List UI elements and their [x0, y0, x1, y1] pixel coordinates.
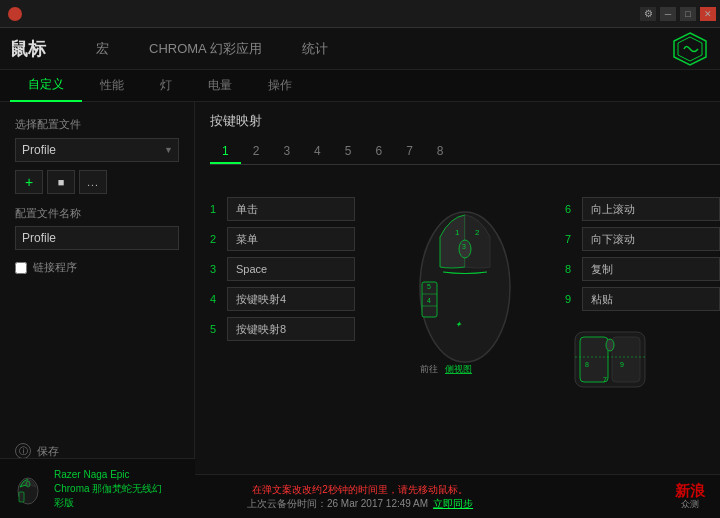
- sub-tab-action[interactable]: 操作: [250, 70, 310, 102]
- maximize-button[interactable]: □: [680, 7, 696, 21]
- sina-logo-area: 新浪 众测: [533, 483, 706, 509]
- profile-buttons: + ■ ...: [15, 170, 179, 194]
- sub-tab-light[interactable]: 灯: [142, 70, 190, 102]
- binding-num-1: 1: [210, 203, 222, 215]
- binding-box-1[interactable]: 单击: [227, 197, 355, 221]
- btn-tab-7[interactable]: 7: [394, 140, 425, 164]
- window-controls: ⚙ ─ □ ✕: [640, 7, 716, 21]
- binding-row-9: 9 粘贴: [565, 287, 720, 311]
- svg-rect-23: [19, 492, 24, 502]
- section-title: 按键映射: [210, 112, 720, 130]
- mouse-image-container: 1 2 3 5 4 ✦ 前往 侧视图: [375, 177, 545, 387]
- binding-box-2[interactable]: 菜单: [227, 227, 355, 251]
- binding-box-7[interactable]: 向下滚动: [582, 227, 720, 251]
- close-button[interactable]: ✕: [700, 7, 716, 21]
- btn-tab-3[interactable]: 3: [271, 140, 302, 164]
- profile-select[interactable]: Profile: [15, 138, 179, 162]
- profile-name-label: 配置文件名称: [15, 206, 179, 221]
- device-bar: Razer Naga Epic Chroma 那伽梵蛇无线幻 彩版: [0, 458, 195, 518]
- sina-title: 新浪: [675, 483, 705, 500]
- svg-text:3: 3: [462, 243, 466, 250]
- razer-logo: [670, 31, 710, 67]
- binding-num-8: 8: [565, 263, 577, 275]
- profile-select-wrapper: Profile: [15, 138, 179, 162]
- svg-point-16: [606, 339, 614, 351]
- sync-now-link[interactable]: 立即同步: [433, 497, 473, 511]
- device-info: Razer Naga Epic Chroma 那伽梵蛇无线幻 彩版: [54, 468, 162, 510]
- binding-num-7: 7: [565, 233, 577, 245]
- binding-row-1: 1 单击: [210, 197, 355, 221]
- device-icon: [10, 471, 46, 507]
- delete-profile-button[interactable]: ■: [47, 170, 75, 194]
- content-area: 选择配置文件 Profile + ■ ... 配置文件名称 链接程序 ⓘ 保存 …: [0, 102, 720, 474]
- device-sub: Chroma 那伽梵蛇无线幻: [54, 482, 162, 496]
- binding-row-6: 6 向上滚动: [565, 197, 720, 221]
- sync-time-text: 上次云备份时间：26 Mar 2017 12:49 AM: [247, 497, 428, 511]
- binding-num-6: 6: [565, 203, 577, 215]
- link-program-check[interactable]: [15, 262, 27, 274]
- svg-point-22: [26, 481, 30, 487]
- save-row[interactable]: ⓘ 保存: [15, 443, 179, 459]
- binding-box-5[interactable]: 按键映射8: [227, 317, 355, 341]
- sina-brand: 新浪 众测: [675, 483, 705, 509]
- nav-tab-macro[interactable]: 宏: [76, 28, 129, 70]
- svg-text:7: 7: [603, 376, 607, 383]
- more-options-button[interactable]: ...: [79, 170, 107, 194]
- sub-tab-battery[interactable]: 电量: [190, 70, 250, 102]
- sync-text-area: 上次云备份时间：26 Mar 2017 12:49 AM 立即同步: [188, 497, 533, 511]
- btn-tab-4[interactable]: 4: [302, 140, 333, 164]
- main-nav: 鼠标 宏 CHROMA 幻彩应用 统计: [0, 28, 720, 70]
- binding-box-6[interactable]: 向上滚动: [582, 197, 720, 221]
- sub-tab-customize[interactable]: 自定义: [10, 70, 82, 102]
- binding-row-4: 4 按键映射4: [210, 287, 355, 311]
- link-program-checkbox[interactable]: 链接程序: [15, 260, 179, 275]
- svg-text:前往: 前往: [420, 364, 438, 374]
- nav-tab-chroma[interactable]: CHROMA 幻彩应用: [129, 28, 282, 70]
- binding-box-9[interactable]: 粘贴: [582, 287, 720, 311]
- binding-box-4[interactable]: 按键映射4: [227, 287, 355, 311]
- minimize-button[interactable]: ─: [660, 7, 676, 21]
- btn-tab-2[interactable]: 2: [241, 140, 272, 164]
- binding-row-8: 8 复制: [565, 257, 720, 281]
- svg-text:9: 9: [620, 361, 624, 368]
- btn-tab-8[interactable]: 8: [425, 140, 456, 164]
- svg-text:8: 8: [585, 361, 589, 368]
- svg-text:侧视图: 侧视图: [445, 364, 472, 374]
- binding-num-2: 2: [210, 233, 222, 245]
- save-label: 保存: [37, 444, 59, 459]
- sidebar: 选择配置文件 Profile + ■ ... 配置文件名称 链接程序 ⓘ 保存: [0, 102, 195, 474]
- sub-tab-performance[interactable]: 性能: [82, 70, 142, 102]
- binding-row-3: 3 Space: [210, 257, 355, 281]
- binding-row-2: 2 菜单: [210, 227, 355, 251]
- button-tabs: 1 2 3 4 5 6 7 8: [210, 140, 720, 165]
- right-bindings: 6 向上滚动 7 向下滚动 8 复制 9 粘贴: [565, 177, 720, 411]
- add-profile-button[interactable]: +: [15, 170, 43, 194]
- profile-name-input[interactable]: [15, 226, 179, 250]
- nav-tab-stats[interactable]: 统计: [282, 28, 348, 70]
- svg-text:5: 5: [427, 283, 431, 290]
- mouse-area: 1 单击 2 菜单 3 Space 4 按键映射4 5 按键映射8: [210, 177, 720, 411]
- binding-num-5: 5: [210, 323, 222, 335]
- btn-tab-5[interactable]: 5: [333, 140, 364, 164]
- profile-select-label: 选择配置文件: [15, 117, 179, 132]
- binding-box-3[interactable]: Space: [227, 257, 355, 281]
- nav-tabs: 宏 CHROMA 幻彩应用 统计: [76, 28, 670, 70]
- btn-tab-6[interactable]: 6: [363, 140, 394, 164]
- btn-tab-1[interactable]: 1: [210, 140, 241, 164]
- left-bindings: 1 单击 2 菜单 3 Space 4 按键映射4 5 按键映射8: [210, 177, 355, 341]
- sub-nav: 自定义 性能 灯 电量 操作: [0, 70, 720, 102]
- settings-icon[interactable]: ⚙: [640, 7, 656, 21]
- binding-num-4: 4: [210, 293, 222, 305]
- svg-text:✦: ✦: [455, 320, 463, 329]
- binding-num-3: 3: [210, 263, 222, 275]
- binding-row-7: 7 向下滚动: [565, 227, 720, 251]
- side-mouse-image: 8 9 7: [565, 327, 655, 407]
- save-icon: ⓘ: [15, 443, 31, 459]
- bottom-center: 在弹文案改改约2秒钟的时间里，请先移动鼠标。 上次云备份时间：26 Mar 20…: [188, 483, 533, 511]
- svg-text:2: 2: [475, 228, 480, 237]
- svg-text:1: 1: [455, 228, 460, 237]
- svg-text:4: 4: [427, 297, 431, 304]
- device-name: Razer Naga Epic: [54, 468, 162, 482]
- binding-box-8[interactable]: 复制: [582, 257, 720, 281]
- device-variant: 彩版: [54, 496, 162, 510]
